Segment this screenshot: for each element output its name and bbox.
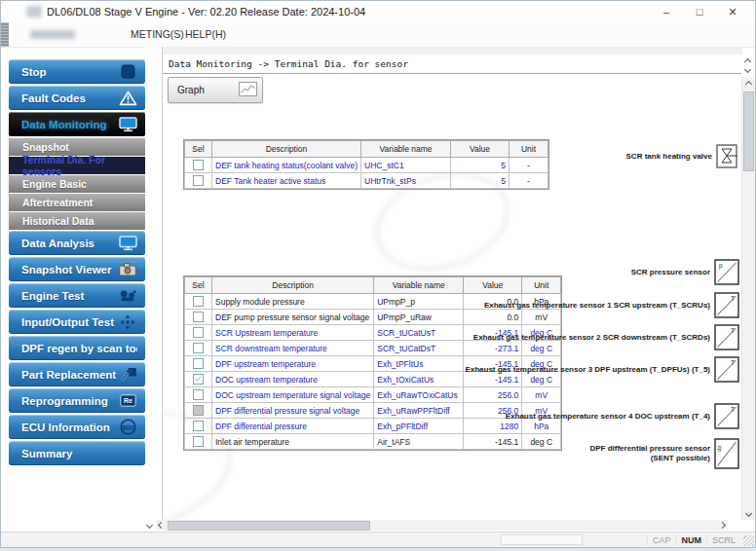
menu-bar: METING(S) HELP(H): [1, 22, 755, 48]
scroll-up-arrow[interactable]: [742, 78, 755, 90]
table-header-row: SelDescriptionVariable nameValueUnit: [185, 277, 561, 294]
sensor-label-row: Exhaust gas temperature sensor 1 SCR ups…: [484, 292, 739, 318]
svg-text:T: T: [731, 406, 735, 413]
window-title: DL06/DL08 Stage V Engine - Ver: 02.20 Re…: [47, 6, 365, 18]
cell-var: Exh_pPFltDiff: [374, 419, 464, 434]
cell-desc: DPF differential pressure: [212, 419, 374, 434]
temp-sensor-icon: T: [714, 324, 739, 350]
cell-select: [185, 387, 212, 403]
sensor-label: Exhaust gas temperature sensor 2 SCR dow…: [473, 333, 710, 343]
scroll-down-arrow[interactable]: [742, 507, 755, 519]
redacted-menu-item: [30, 30, 75, 39]
minimize-icon[interactable]: –: [650, 1, 683, 22]
cell-select: [185, 158, 212, 173]
sidebar-item-summary[interactable]: Summary: [9, 441, 145, 465]
vertical-scroll-thumb[interactable]: [743, 92, 754, 171]
sidebar-item-fault-codes[interactable]: Fault Codes: [9, 86, 145, 110]
maximize-icon[interactable]: □: [683, 1, 716, 22]
cell-var: SCR_tUCatUsT: [374, 325, 464, 341]
main-pane: Data Monitoring -> Terminal Dia. for sen…: [163, 47, 742, 531]
row-select-checkbox[interactable]: [193, 374, 204, 385]
close-icon[interactable]: ✕: [716, 1, 749, 22]
scroll-right-arrow[interactable]: [717, 520, 728, 531]
sidebar-item-ecu-information[interactable]: ECU InformationECU: [9, 415, 145, 439]
sensor-label: SCR tank heating valve: [626, 152, 712, 162]
scroll-left-arrow[interactable]: [156, 520, 167, 531]
menu-item-meting[interactable]: METING(S): [131, 28, 184, 40]
cell-desc: Inlet air temperature: [212, 434, 374, 450]
sidebar-item-stop[interactable]: Stop: [9, 59, 145, 84]
sidebar-item-reprogramming[interactable]: ReprogrammingRe: [9, 388, 145, 413]
resize-grip[interactable]: [743, 535, 754, 546]
sensor-label: SCR pressure sensor: [631, 268, 710, 277]
row-select-checkbox[interactable]: [193, 343, 204, 353]
row-select-checkbox[interactable]: [193, 312, 204, 322]
cell-desc: DOC upstream temperature: [212, 372, 374, 387]
pressure-sensor-icon: p: [714, 259, 739, 285]
sidebar-item-part-replacement[interactable]: Part Replacement: [9, 362, 145, 386]
diff-pressure-sensor-icon: dp: [714, 438, 739, 469]
ecu-icon: ECU: [118, 419, 137, 435]
sidebar-nav: StopFault CodesData MonitoringSnapshotTe…: [9, 59, 145, 467]
row-select-checkbox[interactable]: [193, 389, 204, 400]
sidebar-item-label: Snapshot: [22, 141, 69, 153]
cell-desc: SCR downstream temperature: [212, 341, 374, 356]
sidebar-item-engine-test[interactable]: Engine Test: [9, 283, 145, 308]
sidebar-item-label: Summary: [21, 448, 137, 459]
sidebar-item-dpf-regen-by-scan-tool[interactable]: DPF regen by scan tool: [9, 336, 145, 360]
graph-button[interactable]: Graph: [168, 77, 263, 103]
column-header-description: Description: [212, 141, 361, 158]
column-header-value: Value: [464, 277, 522, 294]
temp-sensor-icon: T: [714, 403, 739, 429]
sidebar-item-aftertreatment[interactable]: Aftertreatment: [9, 194, 145, 211]
cell-unit: mV: [522, 387, 561, 403]
stop-icon: [118, 64, 137, 79]
statusbar-inset: [501, 534, 583, 545]
sidebar-item-data-analysis[interactable]: Data Analysis: [9, 231, 145, 255]
sidebar-item-engine-basic[interactable]: Engine Basic: [9, 175, 145, 193]
sidebar-item-data-monitoring[interactable]: Data Monitoring: [9, 112, 145, 136]
row-select-checkbox[interactable]: [193, 296, 204, 307]
svg-text:T: T: [731, 359, 735, 366]
sidebar-item-label: ECU Information: [21, 422, 118, 433]
vertical-scrollbar[interactable]: [741, 77, 755, 520]
io-test-icon: [118, 314, 137, 330]
sidebar-item-label: Snapshot Viewer: [21, 264, 118, 276]
sidebar-item-label: Engine Basic: [22, 178, 87, 190]
column-header-variable-name: Variable name: [374, 277, 464, 294]
toolbar-gripper[interactable]: [1, 22, 9, 47]
chevron-up-icon: [744, 57, 751, 64]
cell-unit: -: [510, 173, 548, 189]
row-select-checkbox[interactable]: [193, 358, 204, 369]
horizontal-scrollbar[interactable]: [156, 520, 728, 531]
pane-scroll-buttons[interactable]: [741, 55, 754, 75]
chevron-down-icon: [744, 65, 751, 72]
sidebar-item-historical-data[interactable]: Historical Data: [9, 212, 145, 230]
sidebar-item-label: Stop: [21, 66, 118, 78]
row-select-checkbox[interactable]: [193, 160, 204, 170]
svg-text:p: p: [719, 262, 723, 270]
monitor-icon: [118, 236, 137, 251]
sidebar-item-input-output-test[interactable]: Input/Output Test: [9, 310, 145, 334]
svg-text:T: T: [731, 327, 735, 334]
cell-select: [185, 341, 212, 356]
row-select-checkbox[interactable]: [193, 327, 204, 338]
sidebar-item-terminal-dia-for-sensors[interactable]: Terminal Dia. For sensors: [9, 157, 145, 174]
sidebar-item-label: DPF regen by scan tool: [21, 343, 137, 354]
menu-item-help[interactable]: HELP(H): [185, 28, 226, 40]
cell-unit: -: [510, 158, 548, 173]
column-header-description: Description: [212, 277, 374, 294]
svg-text:T: T: [731, 295, 735, 302]
table-row: DEF tank heating status(coolant valve)UH…: [185, 158, 548, 173]
horizontal-scroll-thumb[interactable]: [168, 521, 370, 531]
cell-var: Exh_uRawTOxiCatUs: [374, 387, 464, 403]
cell-var: Exh_tOxiCatUs: [374, 372, 464, 387]
line-chart-icon: [239, 82, 257, 98]
cell-val: -145.1: [464, 434, 522, 450]
row-select-checkbox[interactable]: [193, 175, 204, 186]
sidebar-item-snapshot-viewer[interactable]: Snapshot Viewer: [9, 257, 145, 281]
cell-select: [185, 356, 212, 372]
column-header-unit: Unit: [522, 277, 561, 294]
cell-desc: Supply module pressure: [212, 294, 374, 310]
sidebar-scroll-down[interactable]: [143, 520, 155, 531]
